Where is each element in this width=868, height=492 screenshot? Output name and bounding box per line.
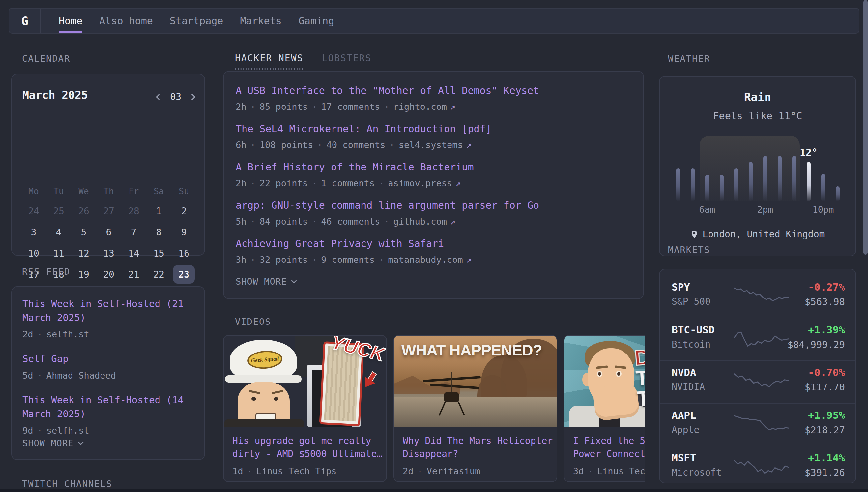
rss-show-more-button[interactable]: SHOW MORE [22, 438, 83, 448]
weather-heading: WEATHER [668, 53, 710, 64]
news-item-title[interactable]: Achieving Great Privacy with Safari [236, 238, 631, 249]
news-show-more-button[interactable]: SHOW MORE [236, 276, 296, 287]
video-title[interactable]: I Fixed the 5 [573, 434, 645, 447]
market-change: +1.95% [808, 409, 845, 421]
sparkline-chart [734, 411, 789, 439]
calendar-day[interactable]: 11 [48, 244, 70, 263]
calendar-day[interactable]: 27 [98, 202, 120, 220]
calendar-day[interactable]: 25 [48, 202, 70, 220]
external-link-icon: ↗ [450, 102, 455, 112]
video-title[interactable]: Disappear? [403, 447, 550, 461]
weekday-label: Mo [28, 186, 38, 196]
video-card[interactable]: WHAT HAPPENED? Why Did The Mars Helicopt… [393, 335, 557, 482]
dot-separator: · [37, 370, 43, 380]
market-price: $391.26 [805, 467, 845, 478]
news-item-time: 6h [236, 140, 246, 150]
news-item: Achieving Great Privacy with Safari3h·32… [236, 238, 631, 265]
external-link-icon: ↗ [455, 178, 461, 188]
weather-bar [836, 186, 840, 201]
video-title[interactable]: dirty - AMD $5000 Ultimate… [232, 447, 379, 461]
video-title[interactable]: Power Connect [573, 447, 645, 461]
calendar-day[interactable]: 2 [173, 202, 195, 220]
weather-bar [763, 156, 767, 201]
news-item-title[interactable]: A USB Interface to the "Mother of All De… [236, 85, 631, 96]
calendar-day[interactable]: 13 [98, 244, 120, 263]
news-item-domain[interactable]: righto.com [393, 102, 447, 112]
calendar-day-selected[interactable]: 23 [173, 265, 195, 284]
weather-bar [676, 168, 680, 201]
calendar-day[interactable]: 15 [148, 244, 170, 263]
market-row-btc-usd[interactable]: BTC-USDBitcoin+1.39%$84,999.29 [660, 318, 856, 361]
calendar-day[interactable]: 7 [123, 223, 144, 241]
video-thumbnail[interactable]: WHAT HAPPENED? [394, 336, 557, 427]
calendar-next-icon[interactable] [189, 94, 195, 100]
news-item-points: 85 points [260, 102, 308, 112]
market-row-aapl[interactable]: AAPLApple+1.95%$218.27 [660, 403, 856, 446]
calendar-day[interactable]: 10 [23, 244, 45, 263]
dot-separator: · [312, 216, 317, 226]
calendar-day[interactable]: 12 [73, 244, 95, 263]
rss-item-source: Ahmad Shadeed [47, 370, 116, 380]
calendar-day[interactable]: 1 [148, 202, 170, 220]
market-row-msft[interactable]: MSFTMicrosoft+1.14%$391.26 [660, 446, 856, 484]
market-row-nvda[interactable]: NVDANVIDIA-0.70%$117.70 [660, 361, 856, 403]
news-item-domain[interactable]: matanabudy.com [388, 254, 463, 265]
calendar-day[interactable]: 6 [98, 223, 120, 241]
news-item-domain[interactable]: sel4.systems [399, 140, 463, 150]
market-name: Apple [672, 424, 699, 435]
rss-item-title[interactable]: This Week in Self-Hosted (21 March 2025) [22, 297, 194, 324]
calendar-day[interactable]: 9 [173, 223, 195, 241]
video-card[interactable]: Geek Squad YUCK His upgrade [223, 335, 387, 482]
scrollbar-thumb[interactable] [863, 0, 868, 254]
tab-hacker-news[interactable]: HACKER NEWS [235, 53, 303, 70]
video-title[interactable]: Why Did The Mars Helicopter [403, 434, 550, 447]
calendar-day[interactable]: 14 [123, 244, 144, 263]
dot-separator: · [312, 102, 317, 112]
calendar-day[interactable]: 20 [98, 265, 120, 284]
calendar-day[interactable]: 22 [148, 265, 170, 284]
market-change: -0.27% [808, 281, 845, 293]
twitch-heading: TWITCH CHANNELS [22, 479, 112, 489]
chevron-down-icon [78, 439, 84, 445]
weather-bar [778, 156, 782, 201]
weather-location-label: London, United Kingdom [703, 229, 825, 240]
market-row-spy[interactable]: SPYS&P 500-0.27%$563.98 [660, 275, 856, 318]
news-item-comments: 46 comments [321, 216, 380, 226]
rss-item-title[interactable]: Self Gap [22, 352, 194, 366]
calendar-day[interactable]: 21 [123, 265, 144, 284]
news-item-title[interactable]: A Brief History of the Miracle Bacterium [236, 161, 631, 173]
video-thumbnail[interactable]: DO TH T [564, 336, 645, 427]
video-caption: I Fixed the 5 Power Connect 3d·Linus Tec [573, 434, 645, 476]
calendar-day[interactable]: 8 [148, 223, 170, 241]
calendar-day[interactable]: 28 [123, 202, 144, 220]
video-caption: Why Did The Mars Helicopter Disappear? 2… [403, 434, 550, 476]
calendar-day[interactable]: 5 [73, 223, 95, 241]
rss-item-title[interactable]: This Week in Self-Hosted (14 March 2025) [22, 393, 194, 421]
calendar-prev-icon[interactable] [156, 94, 162, 100]
news-item-points: 108 points [260, 140, 313, 150]
news-item-domain[interactable]: github.com [393, 216, 447, 226]
calendar-day[interactable]: 4 [48, 223, 70, 241]
calendar-day[interactable]: 16 [173, 244, 195, 263]
news-item-domain[interactable]: asimov.press [388, 178, 452, 188]
video-meta: 2d·Veritasium [403, 466, 550, 476]
calendar-day[interactable]: 24 [23, 202, 45, 220]
news-item-title[interactable]: The SeL4 Microkernel: An Introduction [p… [236, 123, 631, 134]
dot-separator: · [389, 140, 394, 150]
market-price: $563.98 [805, 296, 845, 308]
rss-item-source: selfh.st [47, 329, 89, 339]
video-card[interactable]: DO TH T I Fixed the 5 Power Connect 3d·L… [564, 335, 645, 482]
calendar-day[interactable]: 3 [23, 223, 45, 241]
news-item-time: 3h [236, 254, 246, 265]
dot-separator: · [312, 254, 317, 265]
video-title[interactable]: His upgrade got me really [232, 434, 379, 447]
news-item-comments: 40 comments [326, 140, 386, 150]
news-item-comments: 9 comments [321, 254, 375, 265]
calendar-day[interactable]: 26 [73, 202, 95, 220]
video-thumbnail[interactable]: Geek Squad YUCK [224, 336, 386, 427]
market-name: Microsoft [672, 467, 722, 478]
tab-lobsters[interactable]: LOBSTERS [322, 53, 371, 70]
calendar-day[interactable]: 19 [73, 265, 95, 284]
news-item-title[interactable]: argp: GNU-style command line argument pa… [236, 199, 631, 211]
weather-bar [792, 156, 796, 201]
